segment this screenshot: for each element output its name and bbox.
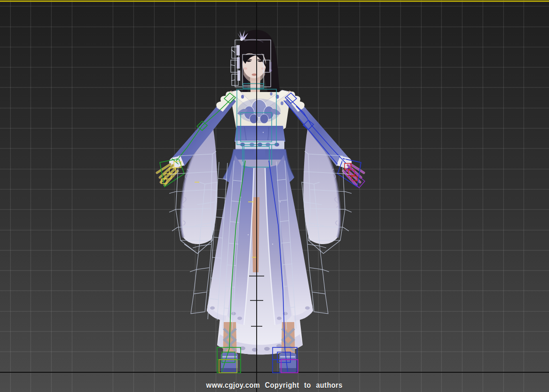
- 3d-viewport[interactable]: www.cgjoy.com Copyright to authors: [0, 0, 549, 392]
- watermark-text: www.cgjoy.com Copyright to authors: [0, 381, 549, 390]
- skirt: [207, 132, 313, 354]
- center-axis-line: [256, 1, 257, 392]
- active-viewport-border: [0, 0, 549, 2]
- character-model[interactable]: [0, 0, 549, 392]
- character-paint: [157, 30, 364, 373]
